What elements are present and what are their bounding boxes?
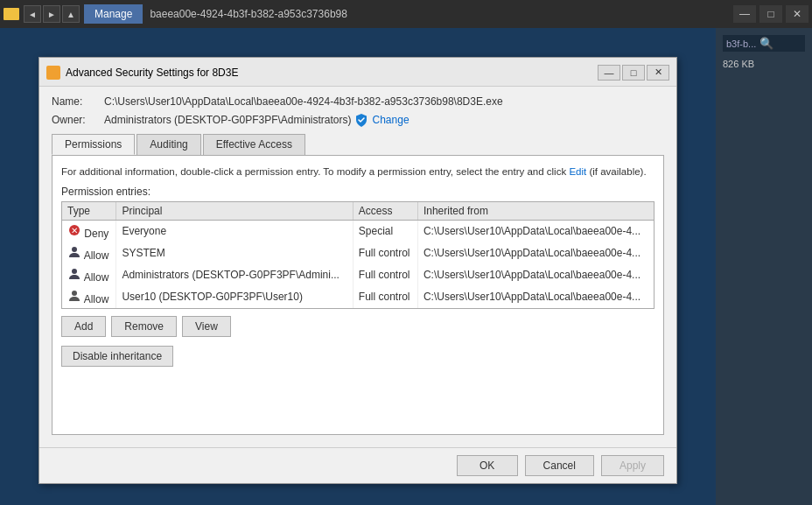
- dialog-icon: [46, 66, 60, 80]
- forward-btn[interactable]: ►: [43, 5, 60, 23]
- tab-permissions[interactable]: Permissions: [52, 134, 135, 155]
- disable-inheritance-button[interactable]: Disable inheritance: [61, 346, 173, 367]
- right-panel-search[interactable]: b3f-b... 🔍: [723, 35, 805, 52]
- table-row[interactable]: Allow SYSTEM Full control C:\Users\User1…: [62, 242, 654, 264]
- ok-button[interactable]: OK: [457, 455, 518, 476]
- cell-access: Full control: [353, 264, 417, 286]
- permission-table: Type Principal Access Inherited from ✕ D…: [62, 202, 654, 308]
- tab-content-permissions: For additional information, double-click…: [52, 155, 664, 435]
- dialog-titlebar: Advanced Security Settings for 8D3E — □ …: [39, 58, 676, 87]
- up-btn[interactable]: ▲: [62, 5, 80, 23]
- dialog-close-btn[interactable]: ✕: [647, 65, 669, 81]
- taskbar-close-btn[interactable]: ✕: [786, 5, 808, 23]
- change-owner-link[interactable]: Change: [373, 114, 410, 126]
- taskbar-title: baeea00e-4924-4b3f-b382-a953c3736b98: [150, 8, 347, 20]
- description-text: For additional information, double-click…: [61, 166, 566, 177]
- tab-auditing[interactable]: Auditing: [136, 134, 200, 155]
- cell-type: Allow: [62, 242, 116, 264]
- right-panel-size: 826 KB: [723, 59, 805, 69]
- table-header-row: Type Principal Access Inherited from: [62, 202, 654, 221]
- manage-tab[interactable]: Manage: [84, 4, 143, 24]
- row-icon: [67, 271, 81, 284]
- cell-access: Full control: [353, 242, 417, 264]
- table-row[interactable]: ✕ Deny Everyone Special C:\Users\User10\…: [62, 220, 654, 242]
- col-type[interactable]: Type: [62, 202, 116, 221]
- name-row: Name: C:\Users\User10\AppData\Local\baee…: [52, 95, 664, 108]
- cell-type: Allow: [62, 286, 116, 308]
- dialog-body: Name: C:\Users\User10\AppData\Local\baee…: [39, 87, 676, 447]
- back-btn[interactable]: ◄: [24, 5, 41, 23]
- cell-access: Full control: [353, 286, 417, 308]
- dialog-minimize-btn[interactable]: —: [598, 65, 620, 81]
- cell-inherited: C:\Users\User10\AppData\Local\baeea00e-4…: [417, 242, 654, 264]
- owner-row: Owner: Administrators (DESKTOP-G0PF3PF\A…: [52, 113, 664, 127]
- row-icon: ✕: [67, 228, 81, 240]
- taskbar-window-controls: — □ ✕: [733, 5, 808, 23]
- owner-value: Administrators (DESKTOP-G0PF3PF\Administ…: [104, 114, 352, 126]
- svg-point-4: [72, 291, 77, 296]
- right-panel-search-icon[interactable]: 🔍: [760, 37, 774, 50]
- add-button[interactable]: Add: [61, 316, 106, 337]
- view-button[interactable]: View: [182, 316, 231, 337]
- tabs-bar: Permissions Auditing Effective Access: [52, 134, 664, 155]
- dialog-title: Advanced Security Settings for 8D3E: [66, 67, 598, 79]
- taskbar: ◄ ► ▲ Manage baeea00e-4924-4b3f-b382-a95…: [0, 0, 812, 28]
- row-icon: [67, 293, 81, 305]
- name-label: Name:: [52, 95, 104, 108]
- name-value: C:\Users\User10\AppData\Local\baeea00e-4…: [104, 95, 503, 108]
- cell-principal: Everyone: [116, 220, 353, 242]
- right-panel: b3f-b... 🔍 826 KB: [716, 28, 812, 505]
- permission-table-wrapper: Type Principal Access Inherited from ✕ D…: [61, 201, 654, 309]
- cell-inherited: C:\Users\User10\AppData\Local\baeea00e-4…: [417, 220, 654, 242]
- tab-description: For additional information, double-click…: [61, 165, 654, 179]
- cancel-button[interactable]: Cancel: [525, 455, 594, 476]
- col-principal[interactable]: Principal: [116, 202, 353, 221]
- cell-inherited: C:\Users\User10\AppData\Local\baeea00e-4…: [417, 286, 654, 308]
- dialog-wrapper: Advanced Security Settings for 8D3E — □ …: [38, 57, 677, 484]
- dialog-maximize-btn[interactable]: □: [622, 65, 645, 81]
- folder-icon: [4, 8, 19, 20]
- taskbar-maximize-btn[interactable]: □: [760, 5, 782, 23]
- cell-inherited: C:\Users\User10\AppData\Local\baeea00e-4…: [417, 264, 654, 286]
- cell-type: ✕ Deny: [62, 220, 116, 242]
- svg-point-2: [72, 247, 77, 252]
- advanced-security-dialog: Advanced Security Settings for 8D3E — □ …: [38, 57, 677, 484]
- row-icon: [67, 249, 81, 262]
- edit-link[interactable]: Edit: [569, 166, 586, 177]
- table-row[interactable]: Allow Administrators (DESKTOP-G0PF3PF\Ad…: [62, 264, 654, 286]
- permission-entries-label: Permission entries:: [61, 186, 654, 198]
- taskbar-minimize-btn[interactable]: —: [733, 5, 756, 23]
- shield-icon: [355, 113, 368, 127]
- dialog-footer: OK Cancel Apply: [39, 447, 676, 483]
- dialog-window-buttons: — □ ✕: [598, 65, 669, 81]
- owner-label: Owner:: [52, 114, 104, 126]
- description-suffix: (if available).: [589, 166, 646, 177]
- remove-button[interactable]: Remove: [111, 316, 177, 337]
- apply-button[interactable]: Apply: [601, 455, 664, 476]
- svg-text:✕: ✕: [71, 226, 78, 235]
- right-panel-search-text: b3f-b...: [726, 39, 756, 49]
- cell-principal: SYSTEM: [116, 242, 353, 264]
- tab-effective-access[interactable]: Effective Access: [203, 134, 305, 155]
- cell-access: Special: [353, 220, 417, 242]
- action-buttons: Add Remove View: [61, 316, 654, 337]
- svg-point-3: [72, 269, 77, 274]
- cell-type: Allow: [62, 264, 116, 286]
- col-access[interactable]: Access: [353, 202, 417, 221]
- col-inherited[interactable]: Inherited from: [417, 202, 654, 221]
- cell-principal: Administrators (DESKTOP-G0PF3PF\Admini..…: [116, 264, 353, 286]
- table-row[interactable]: Allow User10 (DESKTOP-G0PF3PF\User10) Fu…: [62, 286, 654, 308]
- cell-principal: User10 (DESKTOP-G0PF3PF\User10): [116, 286, 353, 308]
